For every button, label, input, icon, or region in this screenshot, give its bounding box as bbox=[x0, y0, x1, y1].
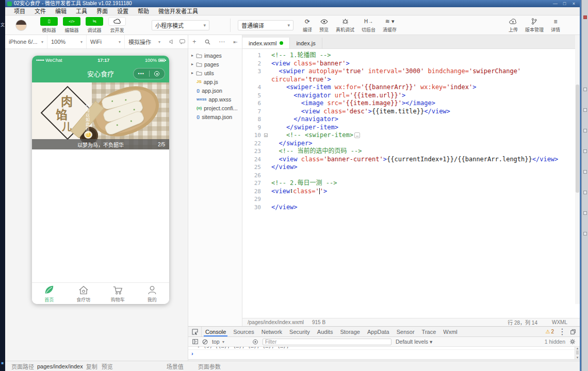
copy-link[interactable]: 复制 bbox=[86, 362, 97, 370]
home-capsule-icon[interactable] bbox=[150, 71, 165, 76]
editor-tab-index.js[interactable]: index.js bbox=[290, 38, 322, 48]
code-line[interactable]: 28<viewclass=''> bbox=[242, 188, 580, 196]
speaker-icon[interactable] bbox=[169, 39, 174, 44]
log-levels-select[interactable]: Default levels ▾ bbox=[396, 339, 432, 345]
code-line[interactable]: 30</view> bbox=[242, 204, 580, 212]
tree-file-app.js[interactable]: JSapp.js bbox=[188, 77, 242, 86]
minimize-button[interactable]: — bbox=[551, 1, 559, 7]
maximize-button[interactable]: □ bbox=[561, 1, 568, 7]
console-output[interactable]: ▸ (5) [{…}, {…}, {…}, {…}, {…}] › ▲ ▼ bbox=[188, 347, 580, 359]
phone-simulator[interactable]: ••••• WeChat 17:17 100% 安心食疗 ••• bbox=[32, 56, 169, 304]
devtools-tab-Network[interactable]: Network bbox=[258, 327, 286, 336]
console-filter-input[interactable]: Filter bbox=[263, 339, 391, 345]
clear-cache-button[interactable]: ≋ ▾ 清缓存 bbox=[383, 17, 397, 33]
tree-folder-pages[interactable]: ▸pages bbox=[188, 60, 242, 69]
network-select[interactable]: WiFi▾ bbox=[87, 35, 125, 48]
devtools-tab-Security[interactable]: Security bbox=[286, 327, 314, 336]
code-line[interactable]: 29 bbox=[242, 195, 580, 204]
detail-button[interactable]: ≡ 详情 bbox=[551, 17, 560, 33]
undock-icon[interactable] bbox=[570, 329, 576, 334]
code-line[interactable]: circular='true'> bbox=[242, 76, 580, 84]
menu-item[interactable]: 设置 bbox=[112, 7, 133, 15]
menu-item[interactable]: 文件 bbox=[30, 7, 51, 15]
tree-file-project.confi...[interactable]: (o)project.confi... bbox=[188, 104, 242, 112]
code-line[interactable]: 6 <image src='{{item.image}}'></image> bbox=[242, 99, 580, 108]
phone-tab-我的[interactable]: 我的 bbox=[135, 283, 170, 304]
switch-background-button[interactable]: H→ 切后台 bbox=[362, 17, 375, 33]
simulate-ops-select[interactable]: 模拟操作▾ bbox=[125, 35, 164, 48]
code-line[interactable]: 27<!-- 2.每日一测 --> bbox=[242, 179, 580, 188]
tree-folder-utils[interactable]: ▸utils bbox=[188, 69, 242, 77]
real-device-debug-button[interactable]: 真机调试 bbox=[336, 17, 354, 33]
console-prompt[interactable]: › bbox=[188, 350, 575, 358]
tree-file-app.json[interactable]: {}app.json bbox=[188, 86, 242, 95]
clear-console-icon[interactable] bbox=[202, 339, 208, 345]
menu-item[interactable]: 帮助 bbox=[133, 7, 154, 15]
menu-item[interactable]: 界面 bbox=[92, 7, 112, 15]
phone-tab-购物车[interactable]: 购物车 bbox=[101, 283, 135, 304]
compile-mode-select[interactable]: 普通编译▾ bbox=[238, 20, 293, 30]
preview-button[interactable]: 预览 bbox=[319, 17, 329, 33]
code-line[interactable]: 10+ <!-- <swiper-item>… bbox=[242, 131, 580, 140]
console-log-row[interactable]: ▸ (5) [{…}, {…}, {…}, {…}, {…}] bbox=[188, 347, 575, 350]
code-line[interactable]: 24 <view class='banner-current'>{{curren… bbox=[242, 156, 580, 164]
devtools-tab-Trace[interactable]: Trace bbox=[418, 327, 440, 336]
console-sidebar-icon[interactable] bbox=[192, 339, 198, 344]
code-line[interactable]: 22 </swiper> bbox=[242, 140, 580, 148]
devtools-tab-AppData[interactable]: AppData bbox=[364, 327, 393, 336]
avatar[interactable] bbox=[15, 20, 27, 31]
tree-file-sitemap.json[interactable]: {}sitemap.json bbox=[188, 112, 242, 121]
editor-scrollbar[interactable] bbox=[575, 35, 580, 304]
devtools-tab-Sensor[interactable]: Sensor bbox=[393, 327, 418, 336]
search-icon[interactable] bbox=[205, 39, 210, 45]
code-line[interactable]: 7 <view class='desc'>{{item.title}}</vie… bbox=[242, 108, 580, 116]
device-select[interactable]: iPhone 6/...▾ bbox=[5, 35, 47, 48]
phone-tab-首页[interactable]: 首页 bbox=[32, 283, 67, 304]
devtools-tab-Sources[interactable]: Sources bbox=[230, 327, 257, 336]
banner-swiper[interactable]: 肉馅儿 也可以如此任性 以梦为马，不负韶华 2/5 bbox=[32, 82, 169, 149]
code-line[interactable]: 3 <swiper autoplay='true' interval='3000… bbox=[242, 68, 580, 76]
code-area[interactable]: 1<!-- 1.轮播图 -->2<view class='banner'>3 <… bbox=[242, 49, 580, 211]
devtools-tab-Console[interactable]: Console bbox=[202, 327, 230, 336]
code-line[interactable]: 2<view class='banner'> bbox=[242, 60, 580, 68]
preview-link[interactable]: 预览 bbox=[102, 362, 113, 370]
zoom-select[interactable]: 100%▾ bbox=[47, 35, 87, 48]
code-line[interactable]: 4 <swiper-item wx:for='{{bannerArr}}' wx… bbox=[242, 83, 580, 92]
warning-icon[interactable]: ⚠2 bbox=[545, 329, 554, 334]
cloud-dev-button[interactable]: 云开发 bbox=[108, 17, 126, 33]
devtools-tab-Wxml[interactable]: Wxml bbox=[439, 327, 461, 336]
close-button[interactable]: × bbox=[570, 1, 578, 7]
compile-button[interactable]: ⟳ 编译 bbox=[303, 17, 312, 33]
scene-value-label[interactable]: 场景值 bbox=[167, 362, 184, 370]
devtools-tab-Audits[interactable]: Audits bbox=[314, 327, 337, 336]
code-line[interactable]: 26 bbox=[242, 172, 580, 180]
language-mode[interactable]: WXML bbox=[552, 319, 567, 325]
phone-tab-食疗坊[interactable]: 食疗坊 bbox=[67, 283, 101, 304]
chat-icon[interactable] bbox=[179, 39, 185, 44]
scroll-up-arrow[interactable]: ▲ bbox=[575, 347, 580, 350]
settings-gear-icon[interactable] bbox=[569, 339, 576, 345]
editor-tab-index.wxml[interactable]: index.wxml bbox=[242, 38, 290, 48]
scroll-down-arrow[interactable]: ▼ bbox=[575, 356, 580, 359]
upload-button[interactable]: 上传 bbox=[509, 17, 518, 33]
menu-item[interactable]: 项目 bbox=[9, 7, 30, 15]
add-file-icon[interactable]: + bbox=[192, 38, 196, 45]
tree-folder-images[interactable]: ▸images bbox=[188, 51, 242, 60]
menu-item[interactable]: 编辑 bbox=[51, 7, 71, 15]
capsule-menu[interactable]: ••• bbox=[133, 68, 165, 79]
filter-eye-icon[interactable] bbox=[252, 339, 258, 345]
mode-select[interactable]: 小程序模式▾ bbox=[152, 20, 209, 30]
debugger-toggle[interactable]: ≒ 调试器 bbox=[86, 17, 103, 33]
version-control-button[interactable]: 版本管理 bbox=[525, 17, 544, 33]
inspect-element-button[interactable] bbox=[188, 327, 202, 336]
code-line[interactable]: 25</view> bbox=[242, 163, 580, 172]
code-line[interactable]: 8 </navigator> bbox=[242, 115, 580, 124]
page-params-label[interactable]: 页面参数 bbox=[198, 362, 221, 370]
context-select[interactable]: top ▼ bbox=[212, 339, 248, 345]
editor-toggle[interactable]: </> 编辑器 bbox=[63, 17, 80, 33]
more-icon[interactable]: ⋯ bbox=[219, 38, 225, 45]
menu-item[interactable]: 工具 bbox=[71, 7, 92, 15]
code-line[interactable]: 5 <navigator url='{{item.url}}'> bbox=[242, 92, 580, 100]
code-line[interactable]: 23 <!-- 当前的选中的页码 --> bbox=[242, 147, 580, 156]
fold-marker-icon[interactable]: + bbox=[264, 133, 268, 137]
